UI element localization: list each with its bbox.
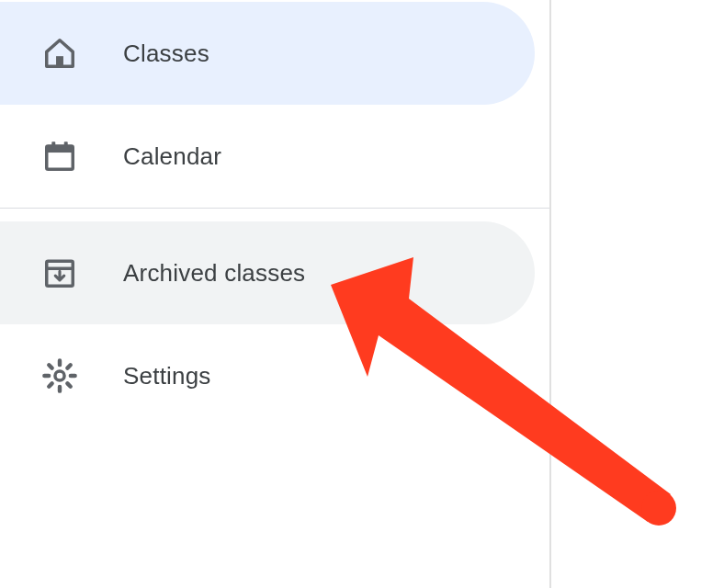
svg-point-8: [641, 491, 676, 526]
svg-point-7: [55, 371, 64, 380]
sidebar-item-label: Classes: [123, 40, 209, 68]
home-icon: [42, 36, 77, 71]
svg-rect-0: [56, 56, 63, 66]
sidebar-item-archived-classes[interactable]: Archived classes: [0, 221, 535, 324]
archive-icon: [42, 255, 77, 290]
sidebar-item-label: Archived classes: [123, 259, 305, 288]
sidebar: Classes Calendar: [0, 0, 551, 588]
svg-rect-2: [47, 146, 74, 153]
calendar-icon: [42, 139, 77, 174]
nav-section-main: Classes Calendar: [0, 0, 549, 208]
svg-rect-4: [64, 141, 68, 149]
sidebar-item-label: Calendar: [123, 142, 221, 171]
sidebar-item-settings[interactable]: Settings: [0, 324, 535, 427]
sidebar-item-label: Settings: [123, 362, 211, 390]
sidebar-item-calendar[interactable]: Calendar: [0, 105, 535, 208]
nav-section-secondary: Archived classes Settings: [0, 220, 549, 427]
gear-icon: [42, 358, 77, 393]
sidebar-item-classes[interactable]: Classes: [0, 2, 535, 105]
svg-rect-3: [51, 141, 55, 149]
